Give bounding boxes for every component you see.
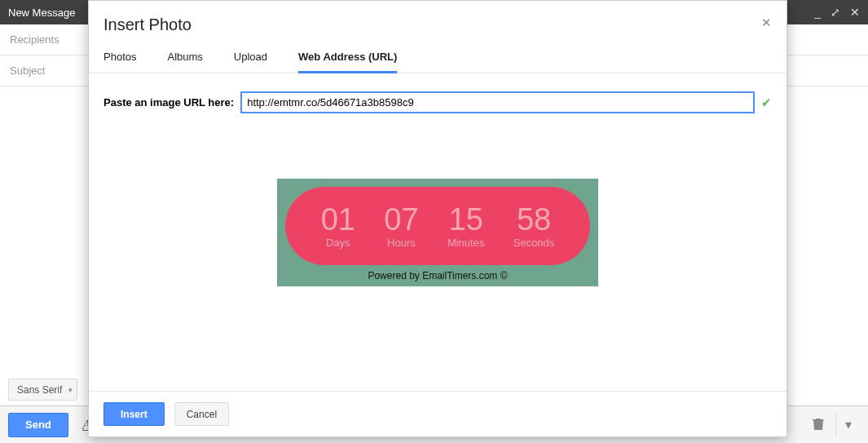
font-family-label: Sans Serif (17, 384, 62, 396)
countdown-days: 01 Days (321, 204, 355, 249)
send-button[interactable]: Send (8, 413, 68, 437)
minutes-label: Minutes (447, 237, 485, 249)
tab-web-address[interactable]: Web Address (URL) (298, 51, 397, 73)
modal-title: Insert Photo (104, 16, 192, 33)
image-url-input[interactable] (240, 91, 755, 113)
trash-icon[interactable] (806, 412, 831, 436)
insert-button[interactable]: Insert (104, 402, 165, 426)
minimize-icon[interactable]: _ (814, 6, 821, 19)
tab-albums[interactable]: Albums (167, 51, 202, 73)
days-label: Days (321, 237, 355, 249)
hours-value: 07 (384, 204, 418, 235)
hours-label: Hours (384, 237, 418, 249)
minutes-value: 15 (447, 204, 485, 235)
countdown-seconds: 58 Seconds (513, 204, 555, 249)
countdown-minutes: 15 Minutes (447, 204, 485, 249)
seconds-label: Seconds (513, 237, 555, 249)
tab-upload[interactable]: Upload (234, 51, 267, 73)
popout-icon[interactable]: ⤢ (831, 6, 840, 19)
recipients-placeholder: Recipients (10, 33, 59, 46)
modal-tabs: Photos Albums Upload Web Address (URL) (89, 39, 786, 73)
tab-photos[interactable]: Photos (104, 51, 136, 73)
more-options-icon[interactable]: ▾ (835, 412, 860, 436)
days-value: 01 (321, 204, 355, 235)
powered-by-text: Powered by EmailTimers.com © (285, 265, 590, 285)
valid-checkmark-icon: ✔ (761, 95, 772, 110)
insert-photo-modal: Insert Photo ✕ Photos Albums Upload Web … (88, 0, 787, 437)
compose-title: New Message (8, 7, 75, 19)
countdown-hours: 07 Hours (384, 204, 418, 249)
cancel-button[interactable]: Cancel (174, 402, 229, 426)
url-label: Paste an image URL here: (104, 96, 234, 109)
close-compose-icon[interactable]: ✕ (850, 6, 860, 19)
image-preview: 01 Days 07 Hours 15 Minutes 58 Seconds P… (277, 179, 598, 286)
font-family-select[interactable]: Sans Serif (8, 379, 77, 401)
subject-placeholder: Subject (10, 64, 45, 77)
modal-footer: Insert Cancel (89, 391, 786, 436)
countdown-pill: 01 Days 07 Hours 15 Minutes 58 Seconds (285, 187, 590, 265)
close-icon[interactable]: ✕ (761, 16, 772, 30)
seconds-value: 58 (513, 204, 555, 235)
